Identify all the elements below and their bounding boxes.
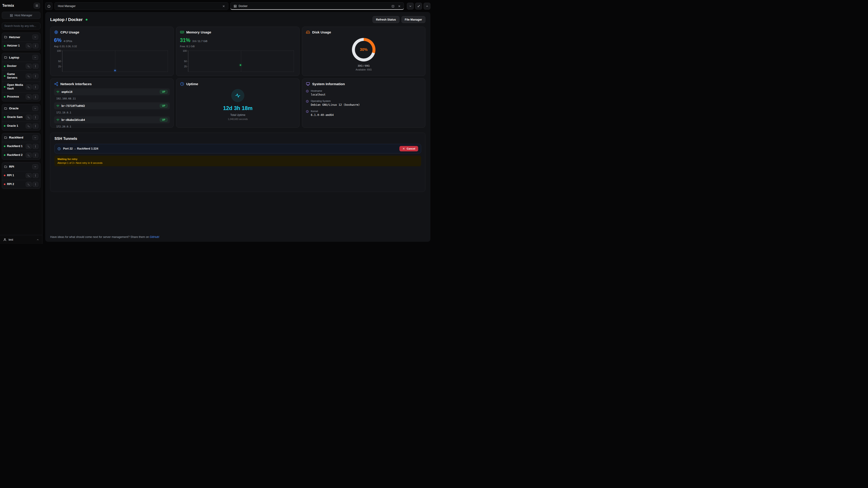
group-collapse-button[interactable]	[32, 106, 38, 111]
key-icon	[417, 5, 420, 8]
host-group-hetzner: Hetzner Hetzner 1	[2, 33, 40, 51]
axis-tick-mark	[187, 51, 188, 51]
system-information-card: System Information Hostname localhost Op…	[302, 78, 426, 128]
host-menu-button[interactable]	[33, 74, 38, 78]
host-menu-button[interactable]	[33, 64, 38, 69]
host-row[interactable]: Docker	[2, 62, 40, 70]
group-name: Laptop	[9, 56, 31, 59]
close-icon	[222, 5, 225, 8]
split-view-button[interactable]	[391, 4, 395, 8]
tab-host-manager[interactable]: Host Manager	[55, 2, 228, 10]
interface-row: br-73718f7a09d2 UP 172.19.0.1	[54, 102, 170, 114]
group-header[interactable]: RackNerd	[2, 133, 40, 142]
warning-title: Waiting for retry	[57, 158, 418, 160]
axis-tick-mark	[61, 51, 62, 51]
tab-docker[interactable]: Docker	[230, 2, 404, 10]
group-collapse-button[interactable]	[32, 164, 38, 169]
refresh-status-button[interactable]: Refresh Status	[373, 16, 399, 23]
host-name: RackNerd 1	[7, 144, 24, 148]
file-manager-button[interactable]: File Manager	[401, 16, 426, 23]
chevron-up-icon	[36, 238, 39, 241]
kebab-icon	[34, 145, 37, 148]
host-row[interactable]: Proxmox	[2, 92, 40, 101]
host-search-input[interactable]	[2, 23, 40, 29]
group-header[interactable]: Oracle	[2, 104, 40, 113]
terminal-button[interactable]	[26, 74, 32, 78]
host-row[interactable]: Oracle Sam	[2, 113, 40, 122]
admin-button[interactable]	[415, 3, 422, 9]
terminal-button[interactable]	[26, 173, 32, 178]
host-row[interactable]: RackNerd 1	[2, 142, 40, 151]
host-row[interactable]: Hetzner 1	[2, 41, 40, 50]
user-menu[interactable]: test	[0, 235, 42, 242]
axis-tick-label: 100	[55, 50, 61, 52]
network-icon	[54, 82, 58, 86]
terminal-button[interactable]	[26, 64, 32, 69]
cpu-icon	[54, 30, 58, 34]
tab-close-button[interactable]	[397, 4, 401, 8]
info-icon	[306, 90, 309, 93]
terminal-button[interactable]	[26, 153, 32, 158]
host-menu-button[interactable]	[33, 115, 38, 120]
host-name: Docker	[7, 64, 24, 68]
host-row[interactable]: RackNerd 2	[2, 151, 40, 160]
github-link[interactable]: GitHub!	[150, 235, 159, 238]
terminal-button[interactable]	[26, 115, 32, 120]
group-header[interactable]: Hetzner	[2, 33, 40, 41]
sidebar-menu-button[interactable]	[34, 3, 40, 8]
host-row[interactable]: Open Media Vault	[2, 81, 40, 92]
footer-text: Have ideas for what should come next for…	[50, 235, 149, 238]
system-info-row: Kernel 6.1.0-40-amd64	[306, 110, 422, 117]
home-icon	[47, 4, 51, 8]
host-menu-button[interactable]	[33, 182, 38, 187]
host-menu-button[interactable]	[33, 144, 38, 149]
expand-button[interactable]	[424, 3, 430, 9]
group-header[interactable]: RPI	[2, 162, 40, 171]
chevron-down-icon	[409, 5, 412, 8]
tab-bar: Host Manager Docker	[45, 2, 430, 10]
tunnel-warning: Waiting for retry Attempt 1 of 3 • Next …	[55, 156, 421, 166]
host-row[interactable]: Game Servers	[2, 70, 40, 81]
terminal-button[interactable]	[26, 124, 32, 129]
memory-percent: 31%	[180, 37, 190, 43]
host-name: Oracle 1	[7, 124, 24, 128]
interface-ip: 172.19.0.1	[56, 111, 170, 114]
folder-icon	[4, 107, 7, 110]
host-menu-button[interactable]	[33, 153, 38, 158]
pulse-badge	[231, 89, 244, 102]
status-dot	[4, 175, 5, 176]
group-collapse-button[interactable]	[32, 55, 38, 60]
host-menu-button[interactable]	[33, 173, 38, 178]
terminal-button[interactable]	[26, 43, 32, 48]
host-menu-button[interactable]	[33, 43, 38, 48]
status-dot	[4, 96, 5, 98]
group-collapse-button[interactable]	[32, 35, 38, 39]
app-root: Termix Host Manager Hetzner Hetzner 1	[0, 0, 434, 244]
host-manager-button[interactable]: Host Manager	[2, 12, 40, 19]
host-name: Game Servers	[7, 72, 24, 79]
home-button[interactable]	[45, 2, 53, 10]
host-menu-button[interactable]	[33, 94, 38, 99]
kebab-icon	[34, 44, 37, 47]
user-icon	[3, 238, 6, 241]
host-row[interactable]: RPI 1	[2, 171, 40, 180]
terminal-button[interactable]	[26, 94, 32, 99]
group-collapse-button[interactable]	[32, 135, 38, 140]
tab-close-button[interactable]	[221, 4, 226, 8]
axis-tick-label: 100	[181, 50, 187, 52]
host-menu-button[interactable]	[33, 85, 38, 90]
interface-status-badge: UP	[160, 90, 167, 94]
terminal-button[interactable]	[26, 144, 32, 149]
group-header[interactable]: Laptop	[2, 53, 40, 62]
cancel-tunnel-button[interactable]: Cancel	[399, 146, 418, 151]
terminal-button[interactable]	[26, 85, 32, 90]
host-row[interactable]: Oracle 1	[2, 122, 40, 130]
interface-status-badge: UP	[160, 118, 167, 122]
host-menu-button[interactable]	[33, 124, 38, 129]
disk-usage-card: Disk Usage 30% 30G / 99G Available: 65G	[302, 27, 426, 76]
host-row[interactable]: RPI 2	[2, 180, 40, 189]
sidebar-header: Termix	[2, 2, 40, 8]
interface-name: enp6s18	[61, 90, 158, 94]
terminal-button[interactable]	[26, 182, 32, 187]
collapse-button[interactable]	[407, 3, 414, 9]
